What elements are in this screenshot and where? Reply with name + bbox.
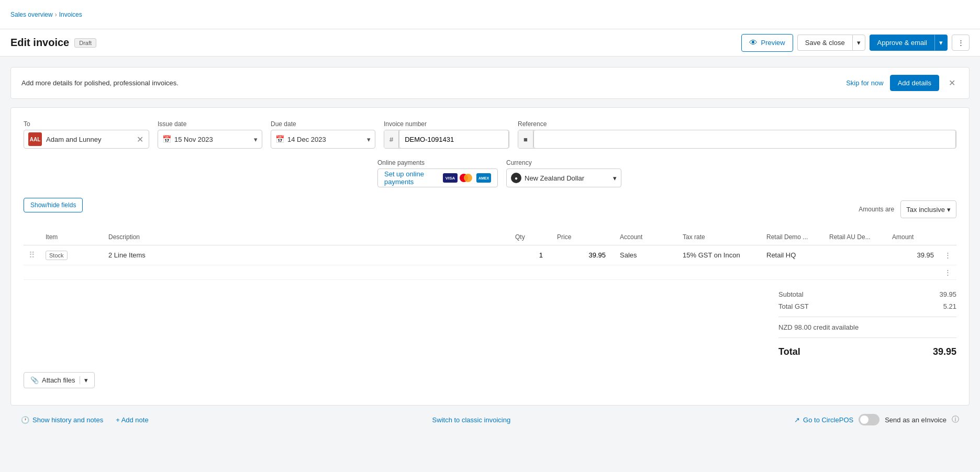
attach-files-label: Attach files <box>42 376 75 384</box>
empty-row-desc[interactable] <box>103 265 510 280</box>
top-nav: Sales overview › Invoices <box>0 0 980 29</box>
info-banner: Add more details for polished, professio… <box>10 67 970 99</box>
totals-divider-2 <box>778 338 956 338</box>
send-einvoice-toggle[interactable] <box>859 414 879 425</box>
row-retail-au-de[interactable] <box>824 245 887 265</box>
history-icon: 🕐 <box>21 416 29 424</box>
bottom-left: 🕐 Show history and notes + Add note <box>21 416 149 424</box>
row-account[interactable]: Sales <box>615 245 677 265</box>
th-retail-au-de: Retail AU De... <box>824 229 887 245</box>
qty-input[interactable] <box>515 249 547 262</box>
row-tax-rate[interactable]: 15% GST on Incon <box>677 245 761 265</box>
add-details-button[interactable]: Add details <box>890 75 939 91</box>
draft-badge: Draft <box>74 38 96 48</box>
attach-files-dropdown-icon: ▾ <box>80 376 88 384</box>
empty-row-tax[interactable] <box>677 265 761 280</box>
show-history-label: Show history and notes <box>32 416 103 424</box>
payment-icons: VISA AMEX <box>443 173 491 183</box>
online-payments-label: Online payments <box>377 159 498 166</box>
invoices-link[interactable]: Invoices <box>59 11 82 18</box>
total-label: Total <box>778 346 800 357</box>
go-to-circle-pos-link[interactable]: ↗ Go to CirclePOS <box>794 416 853 424</box>
header-actions: 👁 Preview Save & close ▾ Approve & email… <box>741 34 970 52</box>
bottom-bar: 🕐 Show history and notes + Add note Swit… <box>10 406 970 434</box>
reference-group: Reference ■ <box>518 120 956 149</box>
row-more-actions[interactable]: ⋮ <box>939 245 956 265</box>
contact-clear-button[interactable]: ✕ <box>136 134 144 144</box>
empty-row-drag <box>24 265 40 280</box>
issue-date-group: Issue date 📅 15 Nov 2023 ▾ <box>158 120 262 149</box>
empty-row-price[interactable] <box>552 265 615 280</box>
banner-close-button[interactable]: ✕ <box>945 77 959 89</box>
due-date-calendar-icon: 📅 <box>275 135 284 143</box>
reference-label: Reference <box>518 120 956 128</box>
invoice-number-wrapper: # <box>384 130 509 149</box>
row-drag-handle[interactable]: ⠿ <box>24 245 40 265</box>
issue-date-input[interactable]: 📅 15 Nov 2023 ▾ <box>158 130 262 149</box>
contact-avatar: AAL <box>28 132 42 146</box>
save-close-button[interactable]: Save & close <box>797 35 852 51</box>
contact-input-wrapper[interactable]: AAL Adam and Lunney ✕ <box>24 130 149 149</box>
issue-date-dropdown-icon: ▾ <box>254 136 258 143</box>
row-item[interactable]: Stock <box>40 245 103 265</box>
save-close-dropdown-button[interactable]: ▾ <box>852 35 865 51</box>
empty-row-actions[interactable]: ⋮ <box>939 265 956 280</box>
th-actions <box>939 229 956 245</box>
attach-files-button[interactable]: 📎 Attach files ▾ <box>24 372 95 388</box>
price-input[interactable] <box>557 249 609 262</box>
empty-row-retail1[interactable] <box>761 265 824 280</box>
to-label: To <box>24 120 149 128</box>
th-amount: Amount <box>887 229 939 245</box>
skip-for-now-button[interactable]: Skip for now <box>846 79 884 87</box>
send-einvoice-label: Send as an eInvoice <box>885 416 946 424</box>
show-history-button[interactable]: 🕐 Show history and notes <box>21 416 103 424</box>
total-row: Total 39.95 <box>778 342 956 359</box>
row-price[interactable] <box>552 245 615 265</box>
totals-section: Subtotal 39.95 Total GST 5.21 NZD 98.00 … <box>24 288 956 368</box>
info-icon[interactable]: ⓘ <box>952 415 959 424</box>
currency-selector[interactable]: ● New Zealand Dollar ▾ <box>506 168 621 187</box>
breadcrumb: Sales overview › Invoices <box>10 11 82 18</box>
amounts-are-value: Tax inclusive <box>906 206 945 213</box>
online-payments-group: Online payments Set up online payments V… <box>377 159 498 187</box>
banner-actions: Skip for now Add details ✕ <box>846 75 959 91</box>
add-note-button[interactable]: + Add note <box>116 416 149 424</box>
more-options-button[interactable]: ⋮ <box>952 35 970 51</box>
row-qty[interactable] <box>510 245 552 265</box>
reference-input[interactable] <box>533 130 956 149</box>
due-date-input[interactable]: 📅 14 Dec 2023 ▾ <box>271 130 375 149</box>
switch-classic-button[interactable]: Switch to classic invoicing <box>432 416 511 424</box>
row-description[interactable]: 2 Line Items <box>103 245 510 265</box>
reference-wrapper: ■ <box>518 130 956 149</box>
currency-value: New Zealand Dollar <box>525 174 610 182</box>
approve-email-group: Approve & email ▾ <box>870 35 948 51</box>
totals-table: Subtotal 39.95 Total GST 5.21 NZD 98.00 … <box>778 288 956 359</box>
total-gst-value: 5.21 <box>943 302 956 310</box>
subtotal-label: Subtotal <box>778 290 804 298</box>
mastercard-icon <box>460 173 474 183</box>
subtotal-value: 39.95 <box>939 290 956 298</box>
currency-dropdown-icon: ▾ <box>613 174 617 182</box>
approve-email-dropdown-button[interactable]: ▾ <box>934 35 948 51</box>
preview-button[interactable]: 👁 Preview <box>741 34 793 52</box>
invoice-number-input[interactable] <box>399 130 509 149</box>
amounts-are-row: Amounts are Tax inclusive ▾ <box>859 200 956 218</box>
save-close-group: Save & close ▾ <box>797 35 865 51</box>
empty-row-retail2[interactable] <box>824 265 887 280</box>
th-drag <box>24 229 40 245</box>
amounts-are-selector[interactable]: Tax inclusive ▾ <box>900 200 956 218</box>
online-payments-button[interactable]: Set up online payments VISA AMEX <box>377 168 498 187</box>
show-hide-fields-button[interactable]: Show/hide fields <box>24 198 83 212</box>
sales-overview-link[interactable]: Sales overview <box>10 11 53 18</box>
empty-row-account[interactable] <box>615 265 677 280</box>
empty-row-item[interactable] <box>40 265 103 280</box>
external-link-icon: ↗ <box>794 416 800 424</box>
empty-row-amount <box>887 265 939 280</box>
row-retail-demo[interactable]: Retail HQ <box>761 245 824 265</box>
approve-email-button[interactable]: Approve & email <box>870 35 934 51</box>
empty-row-qty[interactable] <box>510 265 552 280</box>
table-row: ⠿ Stock 2 Line Items Sales 15% GST on In… <box>24 245 956 265</box>
th-price: Price <box>552 229 615 245</box>
invoice-number-prefix: # <box>384 130 399 148</box>
toggle-slider <box>859 414 879 425</box>
